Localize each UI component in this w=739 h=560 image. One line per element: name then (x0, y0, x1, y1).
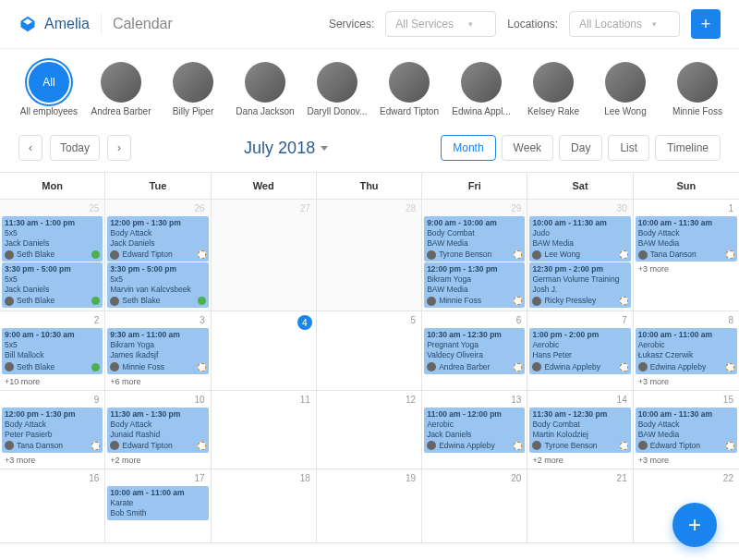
employee-chip[interactable]: Andrea Barber (91, 62, 151, 116)
day-cell[interactable]: 1510:00 am - 11:30 amBody AttackBAW Medi… (634, 391, 739, 469)
avatar (245, 62, 285, 103)
event-title: Body Attack (5, 420, 100, 430)
calendar-event[interactable]: 10:00 am - 11:30 amJudoBAW MediaLee Wong (529, 216, 630, 262)
calendar-event[interactable]: 11:00 am - 12:00 pmAerobicJack DanielsEd… (424, 408, 525, 453)
day-cell[interactable]: 19 (317, 469, 422, 543)
fab-add-button[interactable]: + (672, 503, 717, 543)
next-button[interactable]: › (107, 135, 131, 161)
calendar-event[interactable]: 11:30 am - 1:00 pm5x5Jack DanielsSeth Bl… (2, 216, 103, 262)
view-tab-list[interactable]: List (608, 135, 649, 161)
day-cell[interactable]: 18 (212, 469, 317, 543)
more-link[interactable]: +3 more (636, 454, 737, 467)
day-cell[interactable]: 912:00 pm - 1:30 pmBody AttackPeter Pasi… (0, 391, 105, 469)
day-cell[interactable]: 27 (212, 200, 317, 311)
more-link[interactable]: +3 more (636, 375, 737, 388)
day-cell[interactable]: 71:00 pm - 2:00 pmAerobicHans PeterEdwin… (527, 311, 633, 390)
event-subtitle: BAW Media (427, 285, 522, 295)
day-cell[interactable]: 5 (317, 311, 422, 390)
status-badge (514, 363, 522, 371)
employee-chip[interactable]: Edward Tipton (379, 62, 440, 116)
day-cell[interactable]: 810:00 am - 11:00 amAerobicŁukasz Czerwi… (634, 311, 739, 390)
more-link[interactable]: +3 more (2, 454, 103, 467)
avatar (461, 62, 502, 103)
more-link[interactable]: +2 more (529, 454, 630, 467)
calendar-event[interactable]: 11:30 am - 12:30 pmBody CombatMartin Kol… (529, 408, 630, 453)
day-cell[interactable]: 39:30 am - 11:00 amBikram YogaJames Ikad… (105, 311, 211, 390)
event-time: 11:00 am - 12:00 pm (427, 409, 522, 420)
event-time: 11:30 am - 1:30 pm (110, 409, 205, 420)
event-person: Andrea Barber (427, 362, 522, 372)
day-cell[interactable]: 16 (0, 469, 105, 543)
calendar-event[interactable]: 9:00 am - 10:30 am5x5Bill MallockSeth Bl… (2, 328, 103, 373)
event-time: 1:00 pm - 2:00 pm (532, 330, 627, 340)
calendar-event[interactable]: 1:00 pm - 2:00 pmAerobicHans PeterEdwina… (529, 328, 630, 373)
avatar (427, 441, 436, 450)
calendar-event[interactable]: 11:30 am - 1:30 pmBody AttackJunaid Rash… (107, 408, 208, 453)
today-button[interactable]: Today (50, 135, 100, 161)
view-tab-week[interactable]: Week (502, 135, 553, 161)
event-subtitle: Jack Daniels (5, 238, 100, 249)
day-number: 29 (424, 201, 525, 215)
calendar-event[interactable]: 10:00 am - 11:30 amBody AttackBAW MediaT… (636, 216, 737, 262)
calendar-event[interactable]: 9:00 am - 10:00 amBody CombatBAW MediaTy… (424, 216, 525, 262)
employee-chip[interactable]: Minnie Foss (667, 62, 728, 116)
employee-chip[interactable]: AllAll employees (18, 62, 79, 116)
day-cell[interactable]: 1411:30 am - 12:30 pmBody CombatMartin K… (527, 391, 633, 469)
day-cell[interactable]: 11 (212, 391, 317, 469)
avatar (110, 441, 119, 450)
day-cell[interactable]: 21 (527, 469, 633, 543)
calendar-event[interactable]: 10:00 am - 11:30 amBody AttackBAW MediaE… (636, 408, 737, 453)
view-tab-day[interactable]: Day (559, 135, 602, 161)
add-button[interactable]: + (691, 9, 721, 39)
day-cell[interactable]: 2612:00 pm - 1:30 pmBody AttackJack Dani… (105, 200, 211, 311)
day-cell[interactable]: 610:30 am - 12:30 pmPregnant YogaValdecy… (422, 311, 527, 390)
employee-chip[interactable]: Dana Jackson (235, 62, 296, 116)
more-link[interactable]: +2 more (107, 454, 208, 467)
caret-down-icon[interactable] (321, 146, 328, 151)
day-cell[interactable]: 1011:30 am - 1:30 pmBody AttackJunaid Ra… (105, 391, 211, 469)
event-subtitle: Bob Smith (110, 508, 205, 518)
day-cell[interactable]: 299:00 am - 10:00 amBody CombatBAW Media… (422, 200, 527, 311)
calendar-event[interactable]: 10:30 am - 12:30 pmPregnant YogaValdecy … (424, 328, 525, 373)
calendar-event[interactable]: 12:00 pm - 1:30 pmBody AttackPeter Pasie… (2, 408, 103, 453)
day-cell[interactable]: 4 (212, 311, 317, 390)
day-cell[interactable]: 1311:00 am - 12:00 pmAerobicJack Daniels… (422, 391, 527, 469)
calendar-event[interactable]: 12:00 pm - 1:30 pmBikram YogaBAW MediaMi… (424, 262, 525, 308)
calendar-event[interactable]: 12:00 pm - 1:30 pmBody AttackJack Daniel… (107, 216, 208, 262)
avatar (5, 441, 14, 450)
prev-button[interactable]: ‹ (18, 135, 42, 161)
employee-chip[interactable]: Kelsey Rake (523, 62, 584, 116)
day-cell[interactable]: 2511:30 am - 1:00 pm5x5Jack DanielsSeth … (0, 200, 105, 311)
calendar-event[interactable]: 9:30 am - 11:00 amBikram YogaJames Ikads… (107, 328, 208, 373)
day-cell[interactable]: 28 (317, 200, 422, 311)
view-tab-timeline[interactable]: Timeline (655, 135, 721, 161)
day-cell[interactable]: 1710:00 am - 11:00 amKarateBob Smith (105, 469, 211, 543)
avatar (427, 297, 436, 306)
day-cell[interactable]: 12 (317, 391, 422, 469)
more-link[interactable]: +10 more (2, 375, 103, 388)
more-link[interactable]: +3 more (636, 262, 737, 275)
day-cell[interactable]: 110:00 am - 11:30 amBody AttackBAW Media… (634, 200, 739, 311)
day-cell[interactable]: 29:00 am - 10:30 am5x5Bill MallockSeth B… (0, 311, 105, 390)
event-time: 10:00 am - 11:30 am (638, 218, 734, 228)
employee-chip[interactable]: Billy Piper (163, 62, 224, 116)
services-select[interactable]: All Services ▾ (385, 11, 496, 37)
calendar-event[interactable]: 12:30 pm - 2:00 pmGerman Volume Training… (529, 262, 630, 308)
status-badge (726, 363, 734, 371)
more-link[interactable]: +6 more (107, 375, 208, 388)
locations-select[interactable]: All Locations ▾ (569, 11, 680, 37)
employee-chip[interactable]: Edwina Appl... (451, 62, 512, 116)
dow-cell: Sun (634, 173, 739, 200)
view-tab-month[interactable]: Month (441, 135, 495, 161)
day-cell[interactable]: 3010:00 am - 11:30 amJudoBAW MediaLee Wo… (527, 200, 633, 311)
day-cell[interactable]: 20 (422, 469, 527, 543)
event-person: Seth Blake (5, 296, 100, 306)
calendar-event[interactable]: 10:00 am - 11:00 amKarateBob Smith (107, 486, 208, 520)
employee-chip[interactable]: Lee Wong (595, 62, 656, 116)
month-label: July 2018 (139, 139, 433, 158)
calendar-event[interactable]: 10:00 am - 11:00 amAerobicŁukasz Czerwik… (636, 328, 737, 373)
person-name: Ricky Pressley (544, 296, 616, 306)
employee-chip[interactable]: Daryll Donov... (307, 62, 368, 116)
calendar-event[interactable]: 3:30 pm - 5:00 pm5x5Marvin van Kalcvsbee… (107, 262, 208, 308)
calendar-event[interactable]: 3:30 pm - 5:00 pm5x5Jack DanielsSeth Bla… (2, 262, 103, 308)
